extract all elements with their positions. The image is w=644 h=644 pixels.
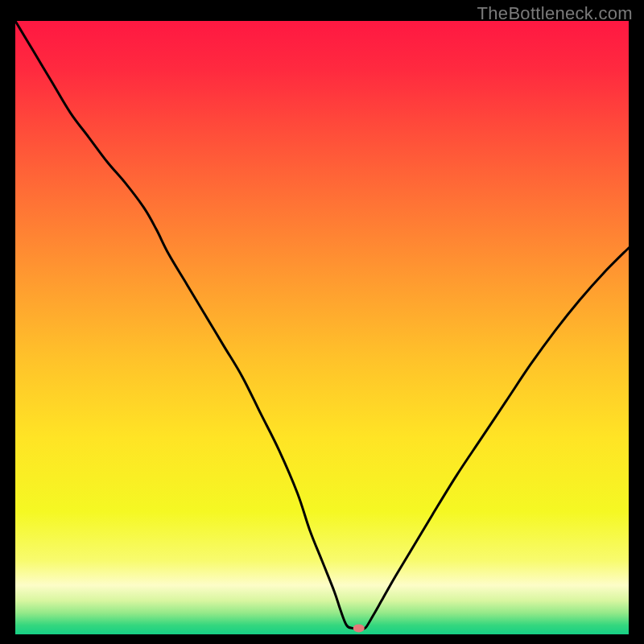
gradient-background [15, 21, 629, 634]
bottleneck-chart [15, 21, 629, 634]
watermark-text: TheBottleneck.com [477, 3, 633, 24]
optimal-marker [353, 624, 365, 632]
chart-frame: TheBottleneck.com [0, 0, 644, 644]
plot-area [15, 21, 629, 634]
